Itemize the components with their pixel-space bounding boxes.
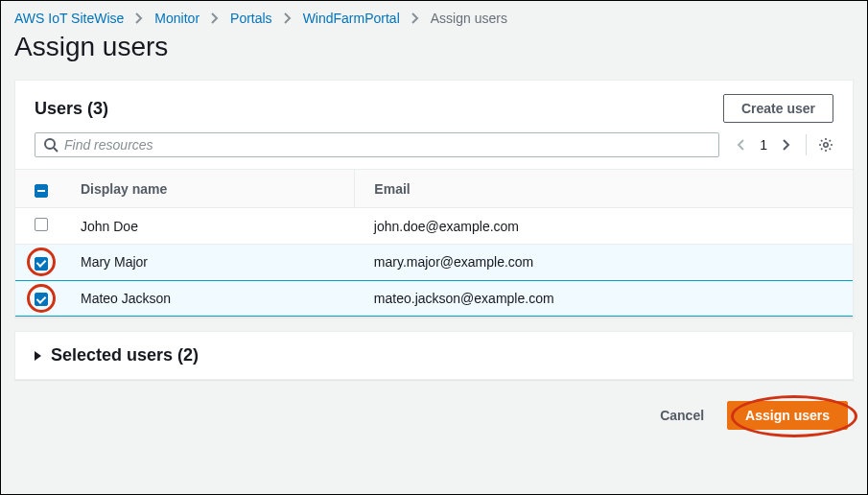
row-checkbox[interactable] [35, 257, 48, 271]
row-checkbox[interactable] [35, 293, 48, 306]
cell-display-name: Mary Major [61, 245, 355, 281]
prev-page-button[interactable] [733, 137, 748, 153]
breadcrumb-link[interactable]: AWS IoT SiteWise [14, 11, 124, 26]
breadcrumb-link[interactable]: WindFarmPortal [303, 11, 400, 26]
table-row: John Doe john.doe@example.com [15, 208, 853, 245]
page-title: Assign users [14, 32, 854, 62]
cell-email: mary.major@example.com [355, 245, 853, 281]
cell-email: john.doe@example.com [355, 208, 853, 245]
assign-users-button[interactable]: Assign users [727, 401, 848, 430]
row-checkbox[interactable] [35, 218, 48, 231]
chevron-right-icon [131, 11, 147, 26]
table-row: Mateo Jackson mateo.jackson@example.com [15, 280, 853, 317]
breadcrumb-link[interactable]: Monitor [154, 11, 199, 26]
search-input-wrap [35, 132, 719, 157]
svg-line-1 [54, 148, 58, 152]
chevron-right-icon [408, 11, 423, 26]
users-panel-title: Users (3) [35, 99, 108, 119]
gear-icon[interactable] [818, 137, 833, 153]
chevron-right-icon [280, 11, 295, 26]
pagination: 1 [733, 134, 833, 155]
chevron-right-icon [207, 11, 223, 26]
caret-right-icon [35, 351, 41, 361]
selected-users-panel[interactable]: Selected users (2) [14, 331, 854, 380]
svg-point-0 [45, 139, 55, 149]
breadcrumb-link[interactable]: Portals [230, 11, 272, 26]
cancel-button[interactable]: Cancel [643, 402, 721, 429]
svg-point-2 [824, 143, 828, 147]
select-all-checkbox[interactable] [35, 184, 48, 198]
divider [806, 134, 807, 155]
cell-display-name: Mateo Jackson [61, 280, 355, 317]
page-number: 1 [760, 137, 767, 153]
table-row: Mary Major mary.major@example.com [15, 245, 853, 281]
next-page-button[interactable] [779, 137, 794, 153]
search-input[interactable] [64, 137, 711, 153]
breadcrumb: AWS IoT SiteWise Monitor Portals WindFar… [14, 11, 854, 26]
search-icon [43, 137, 59, 153]
breadcrumb-current: Assign users [431, 11, 507, 26]
column-header-email[interactable]: Email [355, 170, 853, 208]
column-header-display-name[interactable]: Display name [61, 170, 355, 208]
footer-actions: Cancel Assign users [14, 401, 854, 430]
users-panel: Users (3) Create user 1 [14, 80, 854, 318]
create-user-button[interactable]: Create user [723, 94, 833, 123]
users-table: Display name Email John Doe john.doe@exa… [15, 169, 853, 317]
selected-users-title: Selected users (2) [51, 345, 199, 365]
cell-display-name: John Doe [61, 208, 355, 245]
cell-email: mateo.jackson@example.com [355, 280, 853, 317]
